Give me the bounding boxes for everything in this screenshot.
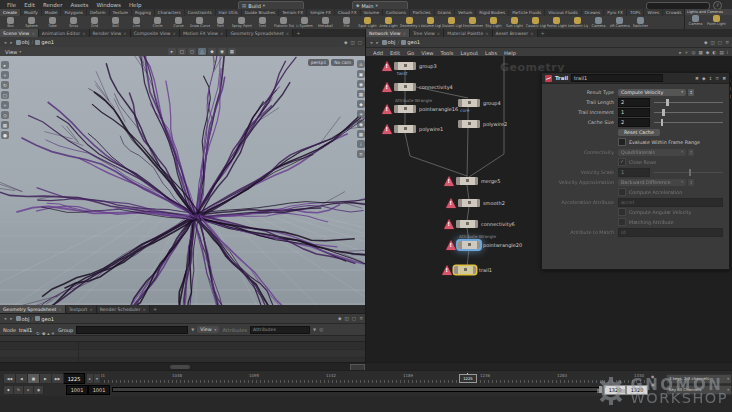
shelf-tab-cloud-fx[interactable]: Cloud FX [335,9,361,16]
param-checkbox[interactable] [618,218,626,226]
playback-end-field[interactable]: 1320 [604,385,626,395]
close-icon[interactable]: × [485,31,488,36]
shelf-tool-sun-light[interactable]: Sun Light [504,17,525,28]
add-pane-tab-button[interactable]: + [293,29,303,37]
tab-geometry-spreadsheet[interactable]: Geometry Spreadsheet× [0,305,66,313]
snap-icon[interactable]: ◆ [357,100,365,108]
playhead-frame-box[interactable]: 1225 [459,374,477,383]
tab-geometry-spreadsheet[interactable]: Geometry Spreadsheet× [227,29,293,37]
param-slider[interactable] [654,172,723,173]
slider-handle[interactable] [662,109,665,116]
pin-icon[interactable]: ◆ [338,316,342,321]
close-icon[interactable]: × [286,31,289,36]
shade-icon[interactable]: ◉ [357,120,365,128]
sculpt-icon[interactable]: ▦ [1,121,9,129]
node-polywire1[interactable]: polywire1 [382,124,443,133]
net-menu-tools[interactable]: Tools [438,50,457,56]
close-icon[interactable]: × [82,31,85,36]
shelf-tool-file[interactable]: File [336,17,357,28]
audio-toggle-button[interactable]: ◉ [33,385,44,395]
camera-icon[interactable]: ◉ [357,80,365,88]
node-polywire2[interactable]: polywire2 [445,119,507,128]
maximize-icon[interactable]: ▢ [718,40,722,45]
translate-icon[interactable]: + [1,71,9,79]
shelf-tool-circle[interactable]: Circle [147,17,168,28]
light-icon[interactable]: ☀ [357,110,365,118]
zoom-icon[interactable]: ◎ [691,50,695,55]
param-checkbox[interactable]: ✓ [618,158,626,166]
split-icon[interactable]: ◫ [344,316,348,321]
pin-icon[interactable]: ◆ [704,40,708,45]
shelf-tool-caustic-light[interactable]: Caustic Light [525,17,546,28]
shelf-tool-path[interactable]: Path [210,17,231,28]
pan-icon[interactable]: + [685,50,689,55]
network-canvas[interactable]: Geometry group3twistconnectivity4pointwr… [366,56,732,370]
refresh-icon[interactable]: ↻ [36,331,40,336]
node-right-flag[interactable] [475,220,479,228]
shelf-tool-line[interactable]: Line [126,17,147,28]
info-icon[interactable]: i [357,140,365,148]
tab-render-scheduler[interactable]: Render Scheduler× [97,305,150,313]
net-menu-labs[interactable]: Labs [482,50,500,56]
shelf-tab-texture[interactable]: Texture [110,9,132,16]
shelf-tool-camera[interactable]: Camera [588,17,609,28]
menu-assets[interactable]: Assets [67,2,91,8]
pin-icon[interactable]: ◆ [344,40,348,45]
path-segment-obj[interactable]: obj [16,39,30,45]
node-body[interactable] [394,105,416,113]
shelf-tool-draw-curve[interactable]: Draw Curve [189,17,210,28]
shelf-tab-deform[interactable]: Deform [87,9,110,16]
shelf-tool-ambient-light[interactable]: Ambient Light [567,17,588,28]
shelf-tab-particle-fluids[interactable]: Particle Fluids [509,9,545,16]
net-menu-layout[interactable]: Layout [457,50,481,56]
param-slider[interactable] [654,102,723,103]
node-connectivity6[interactable]: connectivity6 [444,219,515,228]
node-right-flag[interactable] [475,177,479,185]
tab-composite-view[interactable]: Composite View× [131,29,180,37]
shelf-tool-font[interactable]: Font [252,17,273,28]
close-icon[interactable]: × [530,31,533,36]
close-icon[interactable]: × [123,31,126,36]
shelf-tool-portal-light[interactable]: Portal Light [546,17,567,28]
shelf-tab-constraints[interactable]: Constraints [185,9,216,16]
shelf-tool-l-system[interactable]: L-System [294,17,315,28]
param-value-field[interactable]: 2 [618,118,650,127]
param-slider[interactable] [654,112,723,113]
node-body[interactable] [458,241,480,249]
attributes-filter-field[interactable]: Attributes [250,326,310,334]
param-text-field[interactable]: id [618,228,723,237]
close-icon[interactable]: × [437,31,440,36]
shelf-tool-tube[interactable]: Tube [42,17,63,28]
shelf-tool-box[interactable]: Box [0,17,21,28]
pose-icon[interactable]: ◇ [1,111,9,119]
gear-icon[interactable]: ✖ [695,76,699,81]
select-icon[interactable]: ▸ [168,48,176,55]
node-body[interactable] [458,199,480,207]
pin-icon[interactable]: ◆ [702,76,706,81]
tab-motion-fx-view[interactable]: Motion FX View× [180,29,228,37]
brush-icon[interactable]: △ [198,48,206,55]
reset-cache-button[interactable]: Reset Cache [618,129,660,136]
close-icon[interactable]: × [403,31,406,36]
arrows-icon[interactable]: ↕ [708,76,712,81]
shelf-tab-modify[interactable]: Modify [21,9,42,16]
node-body[interactable] [394,62,416,70]
sub-frame-button[interactable]: ▾ [93,373,101,384]
param-dropdown[interactable]: Backward Difference▾ [618,179,686,186]
color-icon[interactable]: ◐ [712,50,716,55]
shelf-tab-wires[interactable]: Wires [644,9,663,16]
view-dropdown[interactable]: View ▾ [197,326,219,333]
net-menu-add[interactable]: Add [370,50,386,56]
global-end-field[interactable]: 1320 [626,385,648,395]
playback-range-slider[interactable] [112,387,602,392]
spinner-icon[interactable]: ↕ [688,149,694,156]
net-menu-edit[interactable]: Edit [387,50,403,56]
maximize-icon[interactable]: ▢ [352,316,356,321]
shelf-tab-guide-brushes[interactable]: Guide Brushes [242,9,279,16]
path-segment-obj[interactable]: obj [16,316,30,322]
path-segment-geo1[interactable]: geo1 [401,39,420,45]
shelf-tool-sphere[interactable]: Sphere [21,17,42,28]
menu-help[interactable]: Help [126,2,145,8]
pin-icon[interactable]: ◆ [42,331,45,336]
forward-arrow-icon[interactable]: ▸ [9,316,13,321]
